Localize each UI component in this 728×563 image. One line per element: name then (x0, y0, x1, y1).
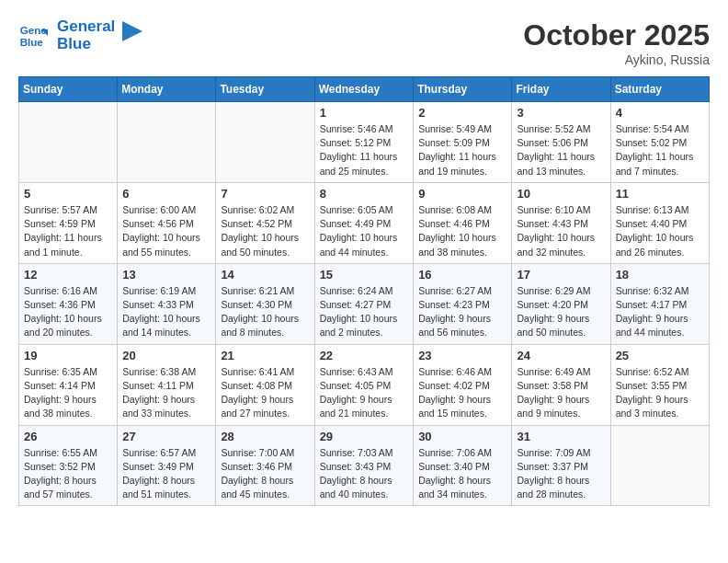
calendar-cell: 17Sunrise: 6:29 AM Sunset: 4:20 PM Dayli… (512, 263, 610, 344)
calendar-cell: 24Sunrise: 6:49 AM Sunset: 3:58 PM Dayli… (512, 344, 610, 425)
calendar-cell: 29Sunrise: 7:03 AM Sunset: 3:43 PM Dayli… (314, 425, 414, 506)
day-number: 16 (418, 268, 506, 282)
day-number: 1 (320, 106, 409, 120)
day-number: 13 (122, 268, 210, 282)
day-info: Sunrise: 5:57 AM Sunset: 4:59 PM Dayligh… (24, 203, 112, 259)
weekday-header-wednesday: Wednesday (314, 77, 414, 102)
calendar-cell: 22Sunrise: 6:43 AM Sunset: 4:05 PM Dayli… (314, 344, 414, 425)
day-info: Sunrise: 5:54 AM Sunset: 5:02 PM Dayligh… (616, 122, 704, 178)
calendar-cell: 30Sunrise: 7:06 AM Sunset: 3:40 PM Dayli… (414, 425, 512, 506)
day-info: Sunrise: 6:16 AM Sunset: 4:36 PM Dayligh… (24, 284, 112, 340)
logo-icon: General Blue (18, 21, 48, 51)
day-info: Sunrise: 6:10 AM Sunset: 4:43 PM Dayligh… (517, 203, 605, 259)
day-number: 17 (517, 268, 605, 282)
day-number: 30 (418, 430, 506, 443)
day-info: Sunrise: 6:46 AM Sunset: 4:02 PM Dayligh… (418, 365, 506, 421)
day-info: Sunrise: 6:43 AM Sunset: 4:05 PM Dayligh… (320, 365, 409, 421)
calendar-cell: 5Sunrise: 5:57 AM Sunset: 4:59 PM Daylig… (19, 182, 118, 263)
calendar-cell: 2Sunrise: 5:49 AM Sunset: 5:09 PM Daylig… (414, 102, 512, 183)
day-info: Sunrise: 6:02 AM Sunset: 4:52 PM Dayligh… (221, 203, 309, 259)
day-info: Sunrise: 5:46 AM Sunset: 5:12 PM Dayligh… (320, 122, 409, 178)
day-number: 2 (418, 106, 506, 120)
calendar-cell: 11Sunrise: 6:13 AM Sunset: 4:40 PM Dayli… (610, 182, 709, 263)
calendar-cell (610, 425, 709, 506)
day-info: Sunrise: 6:52 AM Sunset: 3:55 PM Dayligh… (616, 365, 704, 421)
day-number: 20 (122, 349, 210, 362)
calendar-cell: 4Sunrise: 5:54 AM Sunset: 5:02 PM Daylig… (610, 102, 709, 183)
day-number: 22 (320, 349, 409, 362)
day-info: Sunrise: 6:13 AM Sunset: 4:40 PM Dayligh… (616, 203, 704, 259)
day-info: Sunrise: 6:29 AM Sunset: 4:20 PM Dayligh… (517, 284, 605, 340)
weekday-header-monday: Monday (118, 77, 216, 102)
title-block: October 2025 Aykino, Russia (523, 18, 710, 67)
calendar-cell: 21Sunrise: 6:41 AM Sunset: 4:08 PM Dayli… (216, 344, 314, 425)
logo: General Blue General Blue (18, 18, 142, 52)
calendar-week-row: 19Sunrise: 6:35 AM Sunset: 4:14 PM Dayli… (19, 344, 710, 425)
day-info: Sunrise: 6:55 AM Sunset: 3:52 PM Dayligh… (24, 446, 112, 502)
calendar-cell: 12Sunrise: 6:16 AM Sunset: 4:36 PM Dayli… (19, 263, 118, 344)
weekday-header-row: SundayMondayTuesdayWednesdayThursdayFrid… (19, 77, 710, 102)
calendar-week-row: 5Sunrise: 5:57 AM Sunset: 4:59 PM Daylig… (19, 182, 710, 263)
day-number: 29 (320, 430, 409, 443)
calendar-table: SundayMondayTuesdayWednesdayThursdayFrid… (18, 76, 710, 506)
svg-text:Blue: Blue (20, 36, 44, 47)
calendar-cell: 7Sunrise: 6:02 AM Sunset: 4:52 PM Daylig… (216, 182, 314, 263)
day-info: Sunrise: 5:49 AM Sunset: 5:09 PM Dayligh… (418, 122, 506, 178)
calendar-cell: 18Sunrise: 6:32 AM Sunset: 4:17 PM Dayli… (610, 263, 709, 344)
calendar-cell: 19Sunrise: 6:35 AM Sunset: 4:14 PM Dayli… (19, 344, 118, 425)
calendar-cell: 6Sunrise: 6:00 AM Sunset: 4:56 PM Daylig… (118, 182, 216, 263)
day-number: 18 (616, 268, 704, 282)
location: Aykino, Russia (523, 52, 710, 67)
calendar-cell: 8Sunrise: 6:05 AM Sunset: 4:49 PM Daylig… (314, 182, 414, 263)
calendar-cell: 25Sunrise: 6:52 AM Sunset: 3:55 PM Dayli… (610, 344, 709, 425)
calendar-cell (118, 102, 216, 183)
day-number: 14 (221, 268, 309, 282)
calendar-cell: 15Sunrise: 6:24 AM Sunset: 4:27 PM Dayli… (314, 263, 414, 344)
day-number: 10 (517, 187, 605, 201)
month-title: October 2025 (523, 18, 710, 52)
weekday-header-tuesday: Tuesday (216, 77, 314, 102)
day-info: Sunrise: 6:00 AM Sunset: 4:56 PM Dayligh… (122, 203, 210, 259)
day-number: 8 (320, 187, 409, 201)
day-info: Sunrise: 6:57 AM Sunset: 3:49 PM Dayligh… (122, 446, 210, 502)
calendar-cell (19, 102, 118, 183)
day-number: 21 (221, 349, 309, 362)
day-info: Sunrise: 6:41 AM Sunset: 4:08 PM Dayligh… (221, 365, 309, 421)
day-number: 23 (418, 349, 506, 362)
calendar-week-row: 1Sunrise: 5:46 AM Sunset: 5:12 PM Daylig… (19, 102, 710, 183)
calendar-week-row: 12Sunrise: 6:16 AM Sunset: 4:36 PM Dayli… (19, 263, 710, 344)
day-info: Sunrise: 6:38 AM Sunset: 4:11 PM Dayligh… (122, 365, 210, 421)
day-number: 7 (221, 187, 309, 201)
calendar-cell: 3Sunrise: 5:52 AM Sunset: 5:06 PM Daylig… (512, 102, 610, 183)
calendar-cell: 9Sunrise: 6:08 AM Sunset: 4:46 PM Daylig… (414, 182, 512, 263)
day-number: 9 (418, 187, 506, 201)
day-number: 5 (24, 187, 112, 201)
weekday-header-thursday: Thursday (414, 77, 512, 102)
calendar-cell: 31Sunrise: 7:09 AM Sunset: 3:37 PM Dayli… (512, 425, 610, 506)
day-info: Sunrise: 6:49 AM Sunset: 3:58 PM Dayligh… (517, 365, 605, 421)
calendar-cell: 14Sunrise: 6:21 AM Sunset: 4:30 PM Dayli… (216, 263, 314, 344)
calendar-cell (216, 102, 314, 183)
day-info: Sunrise: 6:27 AM Sunset: 4:23 PM Dayligh… (418, 284, 506, 340)
day-info: Sunrise: 6:08 AM Sunset: 4:46 PM Dayligh… (418, 203, 506, 259)
calendar-week-row: 26Sunrise: 6:55 AM Sunset: 3:52 PM Dayli… (19, 425, 710, 506)
calendar-cell: 26Sunrise: 6:55 AM Sunset: 3:52 PM Dayli… (19, 425, 118, 506)
day-number: 4 (616, 106, 704, 120)
day-number: 6 (122, 187, 210, 201)
logo-text-blue: Blue (57, 36, 115, 53)
logo-arrow-icon (122, 21, 142, 41)
day-info: Sunrise: 6:19 AM Sunset: 4:33 PM Dayligh… (122, 284, 210, 340)
day-number: 24 (517, 349, 605, 362)
day-number: 15 (320, 268, 409, 282)
day-info: Sunrise: 5:52 AM Sunset: 5:06 PM Dayligh… (517, 122, 605, 178)
day-number: 12 (24, 268, 112, 282)
day-number: 25 (616, 349, 704, 362)
calendar-cell: 20Sunrise: 6:38 AM Sunset: 4:11 PM Dayli… (118, 344, 216, 425)
day-info: Sunrise: 7:09 AM Sunset: 3:37 PM Dayligh… (517, 446, 605, 502)
calendar-cell: 27Sunrise: 6:57 AM Sunset: 3:49 PM Dayli… (118, 425, 216, 506)
day-number: 28 (221, 430, 309, 443)
day-info: Sunrise: 6:21 AM Sunset: 4:30 PM Dayligh… (221, 284, 309, 340)
weekday-header-friday: Friday (512, 77, 610, 102)
logo-text-general: General (57, 18, 115, 36)
calendar-cell: 23Sunrise: 6:46 AM Sunset: 4:02 PM Dayli… (414, 344, 512, 425)
